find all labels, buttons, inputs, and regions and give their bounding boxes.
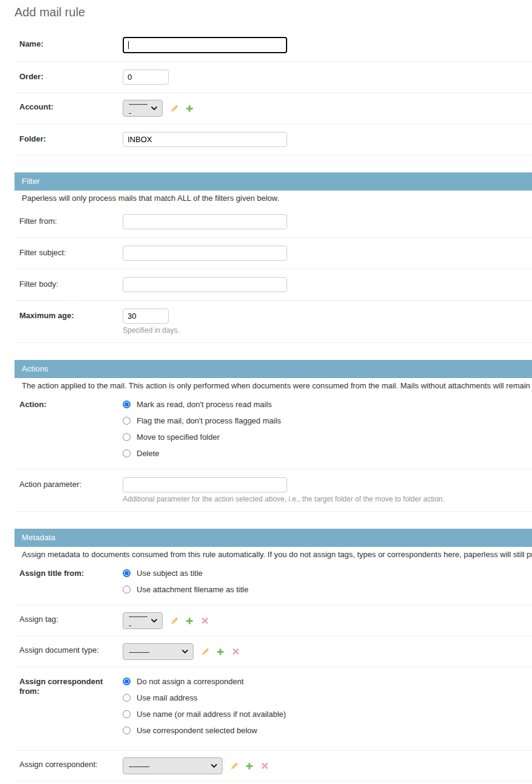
filter-description: Paperless will only process mails that m… bbox=[15, 191, 532, 206]
assign-title-from-label: Assign title from: bbox=[19, 565, 123, 598]
folder-label: Folder: bbox=[19, 132, 123, 147]
edit-correspondent-pencil-icon[interactable] bbox=[230, 762, 238, 770]
action-parameter-row: Action parameter: Additional parameter f… bbox=[15, 469, 532, 512]
action-parameter-label: Action parameter: bbox=[19, 477, 123, 504]
radio-checked-icon[interactable] bbox=[123, 569, 131, 577]
account-select[interactable]: --------- bbox=[123, 100, 163, 117]
assign-correspondent-row: Assign correspondent: --------- bbox=[15, 751, 532, 782]
name-row: Name: bbox=[15, 29, 532, 62]
delete-document-type-cross-icon[interactable] bbox=[232, 648, 239, 655]
folder-input[interactable] bbox=[123, 132, 287, 147]
radio-unchecked-icon[interactable] bbox=[123, 449, 131, 457]
maximum-age-row: Maximum age: Specified in days. bbox=[15, 301, 532, 343]
chevron-down-icon bbox=[211, 764, 217, 768]
maximum-age-input[interactable] bbox=[123, 309, 169, 324]
chevron-down-icon bbox=[182, 650, 188, 653]
correspondent-option-none[interactable]: Do not assign a correspondent bbox=[123, 673, 532, 690]
account-row: Account: --------- bbox=[15, 93, 532, 124]
assign-tag-row: Assign tag: --------- bbox=[15, 606, 532, 636]
radio-unchecked-icon[interactable] bbox=[123, 694, 131, 702]
assign-document-type-select[interactable]: --------- bbox=[123, 643, 193, 660]
actions-description: The action applied to the mail. This act… bbox=[15, 378, 532, 394]
order-input[interactable] bbox=[123, 70, 169, 85]
action-option-move-folder[interactable]: Move to specified folder bbox=[123, 429, 532, 445]
actions-section-header: Actions bbox=[15, 360, 532, 378]
filter-from-row: Filter from: bbox=[15, 206, 532, 238]
filter-body-row: Filter body: bbox=[15, 269, 532, 301]
action-parameter-help: Additional parameter for the action sele… bbox=[123, 495, 532, 504]
radio-checked-icon[interactable] bbox=[123, 678, 131, 685]
assign-correspondent-from-row: Assign correspondent from: Do not assign… bbox=[15, 667, 532, 751]
actions-fieldset: Actions The action applied to the mail. … bbox=[15, 360, 532, 512]
filter-subject-input[interactable] bbox=[123, 246, 287, 261]
correspondent-option-name[interactable]: Use name (or mail address if not availab… bbox=[123, 706, 532, 722]
delete-tag-cross-icon[interactable] bbox=[201, 617, 209, 624]
filter-from-label: Filter from: bbox=[19, 214, 123, 229]
filter-fieldset: Filter Paperless will only process mails… bbox=[15, 172, 532, 343]
filter-section-header: Filter bbox=[15, 172, 532, 191]
action-option-mark-as-read[interactable]: Mark as read, don't process read mails bbox=[123, 396, 532, 413]
order-label: Order: bbox=[19, 70, 123, 85]
assign-title-from-row: Assign title from: Use subject as title … bbox=[15, 563, 532, 606]
radio-checked-icon[interactable] bbox=[123, 400, 131, 408]
text-cursor bbox=[128, 41, 129, 49]
delete-correspondent-cross-icon[interactable] bbox=[261, 762, 268, 769]
action-option-delete[interactable]: Delete bbox=[123, 445, 532, 462]
correspondent-option-selected-below[interactable]: Use correspondent selected below bbox=[123, 722, 532, 739]
metadata-section-header: Metadata bbox=[15, 529, 532, 547]
filter-body-input[interactable] bbox=[123, 277, 287, 292]
radio-unchecked-icon[interactable] bbox=[123, 727, 131, 734]
assign-tag-label: Assign tag: bbox=[19, 612, 123, 629]
filter-body-label: Filter body: bbox=[19, 277, 123, 292]
assign-correspondent-label: Assign correspondent: bbox=[19, 757, 123, 774]
maximum-age-label: Maximum age: bbox=[19, 309, 123, 335]
action-label: Action: bbox=[19, 396, 123, 462]
folder-row: Folder: bbox=[15, 124, 532, 155]
assign-document-type-label: Assign document type: bbox=[19, 643, 123, 660]
name-input[interactable] bbox=[123, 37, 287, 53]
title-option-attachment-filename[interactable]: Use attachment filename as title bbox=[123, 581, 532, 598]
chevron-down-icon bbox=[151, 619, 157, 622]
add-tag-plus-icon[interactable] bbox=[186, 617, 193, 625]
radio-unchecked-icon[interactable] bbox=[123, 433, 131, 441]
title-option-subject[interactable]: Use subject as title bbox=[123, 565, 532, 581]
add-document-type-plus-icon[interactable] bbox=[216, 648, 224, 656]
general-fieldset: Name: Order: Account: --------- Folder: bbox=[15, 29, 532, 155]
assign-tag-select[interactable]: --------- bbox=[123, 612, 163, 629]
radio-unchecked-icon[interactable] bbox=[123, 417, 131, 425]
add-account-plus-icon[interactable] bbox=[186, 105, 193, 113]
action-option-flag-mail[interactable]: Flag the mail, don't process flagged mai… bbox=[123, 413, 532, 429]
assign-document-type-row: Assign document type: --------- bbox=[15, 636, 532, 667]
radio-unchecked-icon[interactable] bbox=[123, 586, 131, 593]
edit-tag-pencil-icon[interactable] bbox=[170, 617, 178, 625]
chevron-down-icon bbox=[151, 106, 157, 110]
add-correspondent-plus-icon[interactable] bbox=[245, 762, 253, 770]
filter-subject-label: Filter subject: bbox=[19, 246, 123, 261]
order-row: Order: bbox=[15, 62, 532, 93]
assign-correspondent-from-label: Assign correspondent from: bbox=[19, 673, 123, 739]
metadata-fieldset: Metadata Assign metadata to documents co… bbox=[15, 529, 532, 782]
account-label: Account: bbox=[19, 100, 123, 117]
action-parameter-input[interactable] bbox=[123, 477, 287, 492]
radio-unchecked-icon[interactable] bbox=[123, 710, 131, 718]
edit-document-type-pencil-icon[interactable] bbox=[201, 648, 209, 656]
edit-account-pencil-icon[interactable] bbox=[170, 105, 178, 113]
filter-subject-row: Filter subject: bbox=[15, 238, 532, 269]
name-label: Name: bbox=[19, 37, 123, 53]
metadata-description: Assign metadata to documents consumed fr… bbox=[15, 547, 532, 563]
maximum-age-help: Specified in days. bbox=[123, 326, 532, 335]
assign-correspondent-select[interactable]: --------- bbox=[123, 757, 222, 774]
page-title: Add mail rule bbox=[0, 0, 532, 19]
action-row: Action: Mark as read, don't process read… bbox=[15, 394, 532, 469]
correspondent-option-mail-address[interactable]: Use mail address bbox=[123, 690, 532, 706]
filter-from-input[interactable] bbox=[123, 214, 287, 229]
